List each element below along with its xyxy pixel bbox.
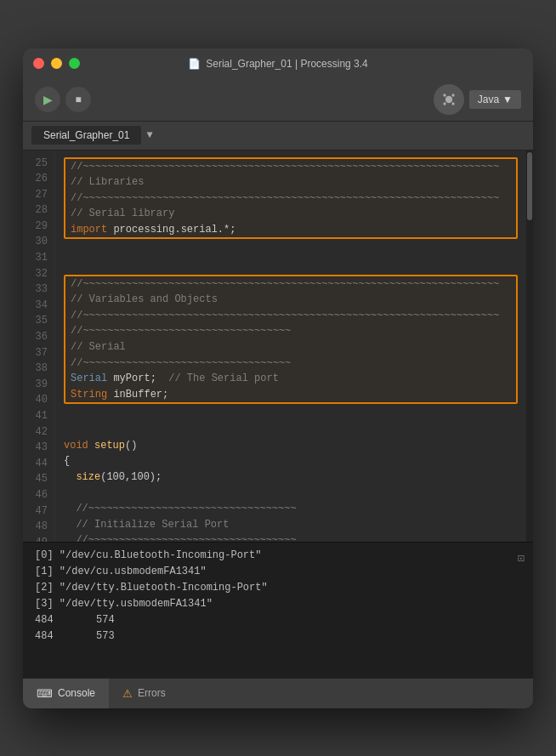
- code-line: // Libraries: [71, 174, 511, 190]
- svg-point-2: [451, 94, 454, 96]
- console-tab-label: Console: [58, 687, 95, 699]
- svg-point-1: [443, 94, 445, 96]
- console-footer: ⌨ Console ⚠ Errors: [23, 678, 533, 708]
- titlebar: 📄 Serial_Grapher_01 | Processing 3.4: [23, 48, 533, 79]
- line-num: 47: [31, 503, 48, 520]
- stop-button[interactable]: ■: [65, 87, 91, 112]
- line-num: 38: [31, 361, 48, 377]
- code-line: //~~~~~~~~~~~~~~~~~~~~~~~~~~~~~~~~~~~~~~…: [71, 308, 511, 324]
- play-button[interactable]: ▶: [35, 87, 60, 112]
- libraries-highlight: //~~~~~~~~~~~~~~~~~~~~~~~~~~~~~~~~~~~~~~…: [64, 157, 518, 240]
- console-line: [2] "/dev/tty.Bluetooth-Incoming-Port": [35, 580, 521, 596]
- code-line: //~~~~~~~~~~~~~~~~~~~~~~~~~~~~~~~~~~: [64, 532, 518, 541]
- code-line: // Variables and Objects: [71, 292, 511, 308]
- debug-button[interactable]: [434, 84, 464, 115]
- stop-icon: ■: [75, 94, 81, 105]
- scroll-thumb[interactable]: [527, 152, 532, 220]
- code-line: //~~~~~~~~~~~~~~~~~~~~~~~~~~~~~~~~~~: [71, 355, 511, 372]
- code-line: [64, 257, 518, 273]
- line-num: 25: [31, 156, 48, 172]
- minimize-button[interactable]: [51, 58, 62, 69]
- code-line: //~~~~~~~~~~~~~~~~~~~~~~~~~~~~~~~~~~~~~~…: [71, 190, 511, 207]
- line-num: 43: [31, 440, 48, 456]
- line-num: 46: [31, 487, 48, 503]
- file-icon: 📄: [188, 58, 201, 70]
- window-title: 📄 Serial_Grapher_01 | Processing 3.4: [188, 58, 368, 70]
- svg-point-4: [451, 102, 454, 105]
- tab-dropdown-arrow[interactable]: ▼: [141, 129, 157, 141]
- line-num: 42: [31, 424, 48, 441]
- code-line: // Serial: [71, 339, 511, 355]
- code-line: //~~~~~~~~~~~~~~~~~~~~~~~~~~~~~~~~~~: [71, 323, 511, 339]
- code-line: Serial myPort; // The Serial port: [71, 371, 511, 387]
- line-num: 49: [31, 535, 48, 542]
- code-line: [64, 406, 518, 422]
- line-num: 37: [31, 345, 48, 361]
- code-line: [64, 422, 518, 438]
- code-scrollbar[interactable]: [526, 151, 533, 542]
- toolbar: ▶ ■ Java ▼: [23, 79, 533, 122]
- tab-bar: Serial_Grapher_01 ▼: [23, 122, 533, 151]
- close-button[interactable]: [33, 58, 44, 69]
- maximize-button[interactable]: [69, 58, 80, 69]
- java-mode-button[interactable]: Java ▼: [469, 90, 521, 109]
- code-line: //~~~~~~~~~~~~~~~~~~~~~~~~~~~~~~~~~~~~~~…: [71, 159, 511, 175]
- line-num: 26: [31, 171, 48, 187]
- line-num: 29: [31, 219, 48, 235]
- console-output[interactable]: ⊡ [0] "/dev/cu.Bluetooth-Incoming-Port" …: [23, 542, 533, 678]
- code-editor: 25 26 27 28 29 30 31 32 33 34 35 36 37 3…: [23, 151, 533, 542]
- errors-tab-label: Errors: [138, 687, 166, 699]
- code-line: //~~~~~~~~~~~~~~~~~~~~~~~~~~~~~~~~~~: [64, 501, 518, 517]
- debug-icon: [440, 91, 457, 108]
- line-num: 30: [31, 234, 48, 250]
- errors-tab[interactable]: ⚠ Errors: [109, 679, 179, 708]
- line-numbers: 25 26 27 28 29 30 31 32 33 34 35 36 37 3…: [23, 151, 55, 542]
- variables-highlight: //~~~~~~~~~~~~~~~~~~~~~~~~~~~~~~~~~~~~~~…: [64, 275, 518, 405]
- line-num: 33: [31, 281, 48, 298]
- code-line: [64, 485, 518, 501]
- code-line: // Serial library: [71, 206, 511, 222]
- line-num: 31: [31, 250, 48, 266]
- line-num: 48: [31, 519, 48, 535]
- line-num: 35: [31, 313, 48, 329]
- console-line: 484 574: [35, 612, 521, 628]
- line-num: 34: [31, 298, 48, 314]
- line-num: 36: [31, 329, 48, 345]
- svg-point-3: [443, 102, 445, 105]
- line-num: 39: [31, 377, 48, 393]
- svg-point-0: [445, 96, 452, 103]
- line-num: 40: [31, 392, 48, 408]
- console-tab[interactable]: ⌨ Console: [23, 679, 109, 708]
- play-icon: ▶: [43, 93, 53, 106]
- line-num: 27: [31, 187, 48, 203]
- console-line: [0] "/dev/cu.Bluetooth-Incoming-Port": [35, 548, 521, 564]
- code-line: void setup(): [64, 438, 518, 454]
- copy-icon[interactable]: ⊡: [518, 549, 525, 568]
- line-num: 28: [31, 202, 48, 219]
- line-num: 41: [31, 408, 48, 424]
- code-line: String inBuffer;: [71, 387, 511, 403]
- main-window: 📄 Serial_Grapher_01 | Processing 3.4 ▶ ■…: [23, 48, 533, 708]
- terminal-icon: ⌨: [37, 687, 53, 700]
- tab-serial-grapher[interactable]: Serial_Grapher_01: [31, 126, 141, 145]
- code-line: {: [64, 453, 518, 469]
- console-line: 484 573: [35, 628, 521, 645]
- line-num: 32: [31, 266, 48, 282]
- line-num: 44: [31, 456, 48, 472]
- code-line: // Initialize Serial Port: [64, 517, 518, 533]
- code-line: size(100,100);: [64, 469, 518, 486]
- code-line: import processing.serial.*;: [71, 222, 511, 238]
- line-num: 45: [31, 471, 48, 487]
- warning-icon: ⚠: [122, 687, 133, 700]
- console-line: [3] "/dev/tty.usbmodemFA1341": [35, 596, 521, 612]
- code-line: //~~~~~~~~~~~~~~~~~~~~~~~~~~~~~~~~~~~~~~…: [71, 276, 511, 293]
- console-line: [1] "/dev/cu.usbmodemFA1341": [35, 564, 521, 580]
- code-line: [64, 241, 518, 257]
- code-text[interactable]: //~~~~~~~~~~~~~~~~~~~~~~~~~~~~~~~~~~~~~~…: [55, 151, 526, 542]
